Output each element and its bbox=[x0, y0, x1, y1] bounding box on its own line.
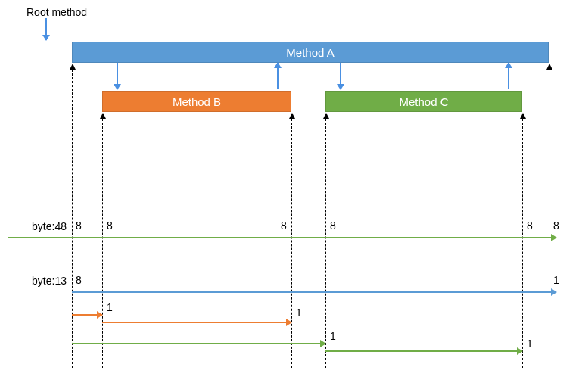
call-a-to-b-arrow bbox=[117, 63, 118, 89]
guide-b-start bbox=[102, 119, 103, 368]
row1-m5: 8 bbox=[527, 219, 533, 232]
return-b-to-a-arrow bbox=[277, 63, 279, 89]
method-c-label: Method C bbox=[399, 95, 448, 108]
tick-c-end bbox=[520, 113, 526, 119]
tick-a-end bbox=[546, 64, 552, 70]
guide-c-start bbox=[325, 119, 326, 368]
row2-green1-num: 1 bbox=[330, 330, 336, 342]
guide-c-end bbox=[522, 119, 523, 368]
tick-b-end bbox=[289, 113, 295, 119]
row1-m6: 8 bbox=[553, 219, 559, 232]
row1-span bbox=[8, 237, 556, 238]
row1-m1: 8 bbox=[76, 219, 82, 232]
diagram-canvas: Root method Method A Method B Method C b… bbox=[0, 0, 582, 392]
tick-b-start bbox=[100, 113, 106, 119]
row2-green2-num: 1 bbox=[527, 338, 533, 350]
method-b-label: Method B bbox=[173, 95, 221, 108]
row2-blue-end-num: 1 bbox=[553, 274, 559, 286]
row1-m3: 8 bbox=[281, 219, 287, 232]
row2-blue-span bbox=[72, 291, 556, 293]
row2-orange1-num: 1 bbox=[107, 301, 113, 313]
tick-a-start bbox=[70, 64, 76, 70]
tick-c-start bbox=[323, 113, 329, 119]
row2-green-span2 bbox=[325, 350, 522, 352]
root-arrow bbox=[45, 18, 47, 40]
row2-green-span1 bbox=[72, 343, 325, 344]
method-a-label: Method A bbox=[286, 46, 334, 59]
guide-a-end bbox=[549, 70, 549, 368]
row1-m2: 8 bbox=[107, 219, 113, 232]
method-a-bar: Method A bbox=[72, 42, 549, 63]
row2-orange-span1 bbox=[72, 314, 102, 316]
guide-a-start bbox=[72, 70, 73, 368]
guide-b-end bbox=[291, 119, 292, 368]
call-a-to-c-arrow bbox=[340, 63, 341, 89]
row2-orange-span2 bbox=[102, 322, 291, 323]
row1-label: byte:48 bbox=[32, 220, 67, 232]
row1-m4: 8 bbox=[330, 219, 336, 232]
method-b-bar: Method B bbox=[102, 91, 291, 112]
row2-orange2-num: 1 bbox=[296, 306, 302, 319]
root-method-label: Root method bbox=[26, 6, 87, 18]
row2-label: byte:13 bbox=[32, 275, 67, 287]
return-c-to-a-arrow bbox=[508, 63, 509, 89]
method-c-bar: Method C bbox=[325, 91, 522, 112]
row2-blue-start-num: 8 bbox=[76, 274, 82, 286]
